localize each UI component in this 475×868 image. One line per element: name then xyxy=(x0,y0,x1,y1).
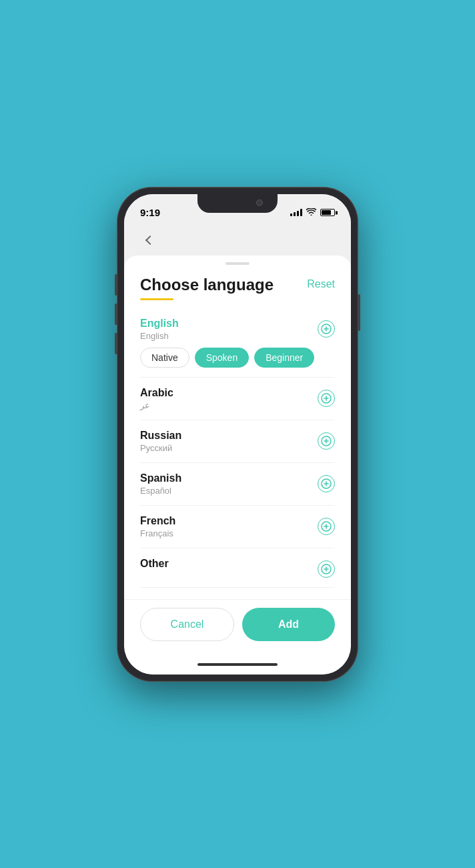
status-icons xyxy=(290,207,335,218)
phone-screen: 9:19 xyxy=(124,194,351,675)
back-chevron-icon xyxy=(145,235,155,244)
sheet-header: Choose language Reset xyxy=(124,265,351,309)
page-title: Choose language xyxy=(140,276,274,295)
home-indicator xyxy=(124,655,351,675)
add-spanish-button[interactable] xyxy=(318,475,335,492)
language-item-arabic: Arabic عر xyxy=(140,378,335,420)
back-button[interactable] xyxy=(140,230,160,250)
nav-bar xyxy=(124,224,351,256)
language-item-header-other: Other xyxy=(140,558,335,578)
language-name-spanish: Spanish xyxy=(140,472,181,484)
chip-spoken[interactable]: Spoken xyxy=(195,348,249,368)
language-native-spanish: Español xyxy=(140,486,181,496)
language-native-russian: Русский xyxy=(140,443,181,453)
language-native-arabic: عر xyxy=(140,400,173,410)
header-left: Choose language xyxy=(140,276,274,301)
add-russian-button[interactable] xyxy=(318,432,335,450)
chip-beginner[interactable]: Beginner xyxy=(254,348,314,368)
language-native-french: Français xyxy=(140,528,175,538)
language-item-header-arabic: Arabic عر xyxy=(140,387,335,410)
language-item-header-french: French Français xyxy=(140,515,335,538)
level-chips-english: Native Spoken Beginner xyxy=(140,348,335,368)
reset-button[interactable]: Reset xyxy=(307,276,335,293)
sheet-footer: Cancel Add xyxy=(124,599,351,655)
add-other-button[interactable] xyxy=(318,560,335,578)
language-item-header-english: English English xyxy=(140,318,335,341)
sheet-handle xyxy=(124,256,351,265)
wifi-icon xyxy=(306,207,316,218)
notch xyxy=(197,194,278,213)
language-name-arabic: Arabic xyxy=(140,387,173,399)
home-bar xyxy=(197,663,278,666)
camera xyxy=(256,199,263,206)
language-item-header-russian: Russian Русский xyxy=(140,430,335,453)
language-name-russian: Russian xyxy=(140,430,181,442)
language-item-french: French Français xyxy=(140,506,335,548)
language-name-french: French xyxy=(140,515,175,527)
language-item-russian: Russian Русский xyxy=(140,420,335,463)
language-name-other: Other xyxy=(140,558,169,570)
remove-english-button[interactable] xyxy=(318,320,335,338)
add-french-button[interactable] xyxy=(318,518,335,535)
cancel-button[interactable]: Cancel xyxy=(140,608,234,641)
status-time: 9:19 xyxy=(140,207,160,218)
language-item-spanish: Spanish Español xyxy=(140,463,335,506)
language-item-english: English English N xyxy=(140,308,335,378)
language-item-other: Other xyxy=(140,548,335,588)
add-arabic-button[interactable] xyxy=(318,390,335,407)
chip-native[interactable]: Native xyxy=(140,348,189,368)
language-name-english: English xyxy=(140,318,179,330)
phone-frame: 9:19 xyxy=(117,187,358,681)
language-native-english: English xyxy=(140,331,179,341)
add-button[interactable]: Add xyxy=(242,608,335,641)
title-underline xyxy=(140,298,173,300)
bottom-sheet: Choose language Reset English English xyxy=(124,256,351,675)
language-list: English English N xyxy=(124,308,351,598)
signal-icon xyxy=(290,209,302,216)
language-item-header-spanish: Spanish Español xyxy=(140,472,335,496)
battery-icon xyxy=(320,209,335,216)
